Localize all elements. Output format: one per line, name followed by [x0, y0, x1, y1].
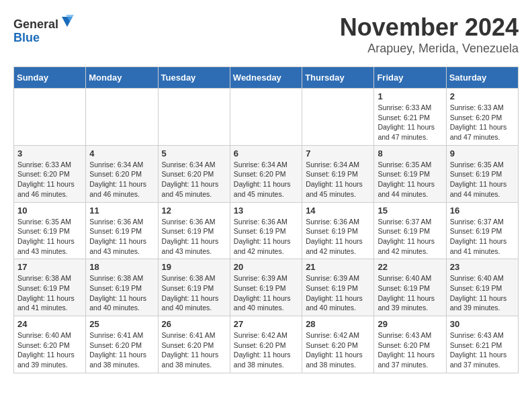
day-number: 8: [378, 148, 442, 158]
day-info: Sunrise: 6:34 AMSunset: 6:20 PMDaylight:…: [89, 160, 154, 199]
day-info: Sunrise: 6:43 AMSunset: 6:21 PMDaylight:…: [450, 330, 515, 370]
day-number: 25: [89, 319, 154, 329]
day-info: Sunrise: 6:37 AMSunset: 6:19 PMDaylight:…: [450, 217, 515, 257]
day-info: Sunrise: 6:40 AMSunset: 6:19 PMDaylight:…: [378, 273, 442, 313]
logo: General Blue: [13, 13, 74, 47]
day-number: 16: [450, 205, 515, 216]
day-info: Sunrise: 6:40 AMSunset: 6:20 PMDaylight:…: [17, 330, 82, 370]
calendar-cell: 30Sunrise: 6:43 AMSunset: 6:21 PMDayligh…: [446, 316, 518, 373]
day-info: Sunrise: 6:34 AMSunset: 6:19 PMDaylight:…: [306, 160, 370, 199]
day-info: Sunrise: 6:38 AMSunset: 6:19 PMDaylight:…: [162, 273, 226, 313]
calendar-cell: 11Sunrise: 6:36 AMSunset: 6:19 PMDayligh…: [86, 202, 158, 259]
calendar-cell: 25Sunrise: 6:41 AMSunset: 6:20 PMDayligh…: [86, 316, 158, 373]
day-info: Sunrise: 6:43 AMSunset: 6:20 PMDaylight:…: [378, 330, 442, 370]
day-number: 14: [306, 205, 370, 216]
day-info: Sunrise: 6:36 AMSunset: 6:19 PMDaylight:…: [306, 217, 370, 257]
weekday-header: Monday: [86, 67, 158, 89]
calendar-cell: 3Sunrise: 6:33 AMSunset: 6:20 PMDaylight…: [14, 145, 86, 202]
calendar-cell: 9Sunrise: 6:35 AMSunset: 6:19 PMDaylight…: [446, 145, 518, 202]
day-number: 3: [17, 148, 82, 158]
calendar-cell: [158, 89, 230, 146]
weekday-header: Thursday: [302, 67, 374, 89]
weekday-header: Sunday: [14, 67, 86, 89]
day-info: Sunrise: 6:33 AMSunset: 6:20 PMDaylight:…: [17, 160, 82, 199]
calendar-cell: 28Sunrise: 6:42 AMSunset: 6:20 PMDayligh…: [302, 316, 374, 373]
day-info: Sunrise: 6:36 AMSunset: 6:19 PMDaylight:…: [162, 217, 226, 257]
day-info: Sunrise: 6:36 AMSunset: 6:19 PMDaylight:…: [234, 217, 298, 257]
calendar-cell: 17Sunrise: 6:38 AMSunset: 6:19 PMDayligh…: [14, 259, 86, 316]
day-number: 15: [378, 205, 442, 216]
day-info: Sunrise: 6:41 AMSunset: 6:20 PMDaylight:…: [89, 330, 154, 370]
day-number: 7: [306, 148, 370, 158]
day-number: 26: [162, 319, 226, 329]
day-info: Sunrise: 6:41 AMSunset: 6:20 PMDaylight:…: [162, 330, 226, 370]
month-title: November 2024: [340, 13, 519, 42]
calendar-cell: [230, 89, 302, 146]
day-info: Sunrise: 6:42 AMSunset: 6:20 PMDaylight:…: [234, 330, 298, 370]
svg-text:Blue: Blue: [13, 31, 40, 44]
logo-icon: General Blue: [13, 13, 74, 47]
day-number: 10: [17, 205, 82, 216]
calendar-cell: 16Sunrise: 6:37 AMSunset: 6:19 PMDayligh…: [446, 202, 518, 259]
calendar-cell: 4Sunrise: 6:34 AMSunset: 6:20 PMDaylight…: [86, 145, 158, 202]
day-info: Sunrise: 6:39 AMSunset: 6:19 PMDaylight:…: [306, 273, 370, 313]
calendar-cell: 24Sunrise: 6:40 AMSunset: 6:20 PMDayligh…: [14, 316, 86, 373]
day-number: 22: [378, 262, 442, 272]
calendar-cell: 29Sunrise: 6:43 AMSunset: 6:20 PMDayligh…: [374, 316, 446, 373]
weekday-header: Saturday: [446, 67, 518, 89]
day-number: 4: [89, 148, 154, 158]
calendar-cell: 5Sunrise: 6:34 AMSunset: 6:20 PMDaylight…: [158, 145, 230, 202]
weekday-header: Tuesday: [158, 67, 230, 89]
calendar-cell: 27Sunrise: 6:42 AMSunset: 6:20 PMDayligh…: [230, 316, 302, 373]
day-info: Sunrise: 6:35 AMSunset: 6:19 PMDaylight:…: [378, 160, 442, 199]
calendar-cell: 1Sunrise: 6:33 AMSunset: 6:21 PMDaylight…: [374, 89, 446, 146]
calendar-cell: 2Sunrise: 6:33 AMSunset: 6:20 PMDaylight…: [446, 89, 518, 146]
title-area: November 2024 Arapuey, Merida, Venezuela: [340, 13, 519, 56]
day-info: Sunrise: 6:34 AMSunset: 6:20 PMDaylight:…: [234, 160, 298, 199]
calendar-week-row: 10Sunrise: 6:35 AMSunset: 6:19 PMDayligh…: [14, 202, 519, 259]
calendar-week-row: 17Sunrise: 6:38 AMSunset: 6:19 PMDayligh…: [14, 259, 519, 316]
calendar-week-row: 3Sunrise: 6:33 AMSunset: 6:20 PMDaylight…: [14, 145, 519, 202]
day-number: 23: [450, 262, 515, 272]
day-number: 21: [306, 262, 370, 272]
day-number: 17: [17, 262, 82, 272]
calendar-cell: 14Sunrise: 6:36 AMSunset: 6:19 PMDayligh…: [302, 202, 374, 259]
day-info: Sunrise: 6:38 AMSunset: 6:19 PMDaylight:…: [17, 273, 82, 313]
calendar-cell: 23Sunrise: 6:40 AMSunset: 6:19 PMDayligh…: [446, 259, 518, 316]
location-title: Arapuey, Merida, Venezuela: [340, 42, 519, 56]
calendar-cell: 19Sunrise: 6:38 AMSunset: 6:19 PMDayligh…: [158, 259, 230, 316]
day-number: 30: [450, 319, 515, 329]
day-info: Sunrise: 6:38 AMSunset: 6:19 PMDaylight:…: [89, 273, 154, 313]
calendar-cell: [86, 89, 158, 146]
calendar-cell: 26Sunrise: 6:41 AMSunset: 6:20 PMDayligh…: [158, 316, 230, 373]
day-info: Sunrise: 6:36 AMSunset: 6:19 PMDaylight:…: [89, 217, 154, 257]
calendar-cell: 7Sunrise: 6:34 AMSunset: 6:19 PMDaylight…: [302, 145, 374, 202]
day-info: Sunrise: 6:33 AMSunset: 6:20 PMDaylight:…: [450, 103, 515, 142]
calendar-cell: 21Sunrise: 6:39 AMSunset: 6:19 PMDayligh…: [302, 259, 374, 316]
svg-text:General: General: [13, 17, 58, 31]
day-number: 18: [89, 262, 154, 272]
weekday-header: Wednesday: [230, 67, 302, 89]
calendar-cell: 12Sunrise: 6:36 AMSunset: 6:19 PMDayligh…: [158, 202, 230, 259]
calendar-week-row: 24Sunrise: 6:40 AMSunset: 6:20 PMDayligh…: [14, 316, 519, 373]
calendar-cell: 15Sunrise: 6:37 AMSunset: 6:19 PMDayligh…: [374, 202, 446, 259]
day-number: 29: [378, 319, 442, 329]
day-number: 27: [234, 319, 298, 329]
calendar-cell: 20Sunrise: 6:39 AMSunset: 6:19 PMDayligh…: [230, 259, 302, 316]
day-number: 24: [17, 319, 82, 329]
day-info: Sunrise: 6:34 AMSunset: 6:20 PMDaylight:…: [162, 160, 226, 199]
calendar-cell: 10Sunrise: 6:35 AMSunset: 6:19 PMDayligh…: [14, 202, 86, 259]
weekday-header: Friday: [374, 67, 446, 89]
header: General Blue November 2024 Arapuey, Meri…: [13, 13, 519, 56]
day-info: Sunrise: 6:35 AMSunset: 6:19 PMDaylight:…: [17, 217, 82, 257]
day-number: 6: [234, 148, 298, 158]
calendar-cell: 13Sunrise: 6:36 AMSunset: 6:19 PMDayligh…: [230, 202, 302, 259]
day-number: 28: [306, 319, 370, 329]
calendar-cell: 18Sunrise: 6:38 AMSunset: 6:19 PMDayligh…: [86, 259, 158, 316]
day-info: Sunrise: 6:39 AMSunset: 6:19 PMDaylight:…: [234, 273, 298, 313]
day-info: Sunrise: 6:35 AMSunset: 6:19 PMDaylight:…: [450, 160, 515, 199]
day-number: 20: [234, 262, 298, 272]
day-info: Sunrise: 6:42 AMSunset: 6:20 PMDaylight:…: [306, 330, 370, 370]
day-number: 5: [162, 148, 226, 158]
day-number: 11: [89, 205, 154, 216]
